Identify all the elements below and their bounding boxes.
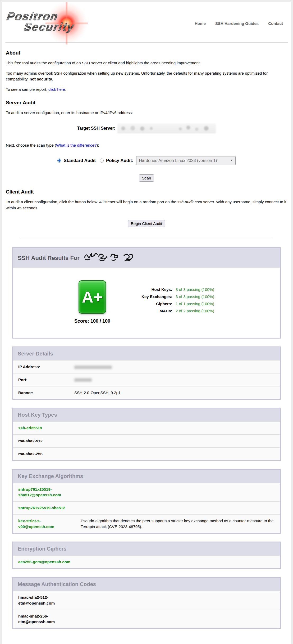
- about-p2-period: .: [52, 77, 53, 81]
- table-row: ssh-ed25519: [13, 421, 280, 434]
- what-is-the-difference-link[interactable]: What is the difference?: [56, 143, 97, 147]
- table-row: aes256-gcm@openssh.com: [13, 555, 280, 568]
- standard-audit-radio[interactable]: [57, 159, 61, 163]
- ip-address-label: IP Address:: [18, 364, 74, 370]
- about-p2-bold: not security: [30, 77, 52, 81]
- audit-results-panel: SSH Audit Results For: [12, 247, 281, 339]
- table-row: rsa-sha2-256: [13, 447, 280, 460]
- key-exchange-algorithms-panel: Key Exchange Algorithms sntrup761x25519-…: [12, 469, 281, 534]
- audit-results-header: SSH Audit Results For: [13, 248, 280, 268]
- mac-name: hmac-sha2-256-etm@openssh.com: [18, 613, 76, 625]
- scan-button[interactable]: Scan: [139, 174, 154, 182]
- target-ssh-server-label: Target SSH Server:: [77, 126, 116, 131]
- header-divider: [5, 42, 288, 43]
- kex-name: sntrup761x25519-sha512@openssh.com: [18, 487, 76, 498]
- stat-row-ciphers: Ciphers: 1 of 1 passing (100%): [132, 301, 214, 306]
- site-header: Positron Security Home SSH Hardening Gui…: [2, 2, 291, 42]
- banner-label: Banner:: [18, 390, 74, 396]
- about-paragraph-1: This free tool audits the configuration …: [6, 60, 287, 66]
- server-details-header: Server Details: [13, 347, 280, 360]
- nav-contact[interactable]: Contact: [268, 21, 283, 26]
- port-label: Port:: [18, 377, 74, 383]
- policy-audit-radio[interactable]: [100, 159, 104, 163]
- target-ssh-server-input[interactable]: [117, 123, 216, 133]
- scan-type-paragraph: Next, choose the scan type (What is the …: [6, 142, 287, 148]
- ip-address-value-redacted: [74, 364, 112, 370]
- about-p3-text: To see a sample report,: [6, 87, 48, 92]
- about-title: About: [6, 50, 287, 56]
- grade-column: A+ Score: 100 / 100: [71, 280, 113, 324]
- cipher-name: aes256-gcm@openssh.com: [18, 559, 76, 565]
- table-row: kex-strict-s-v00@openssh.com Pseudo-algo…: [13, 514, 280, 533]
- about-paragraph-2: Too many admins overlook SSH configurati…: [6, 70, 287, 82]
- logo-text: Positron Security: [4, 6, 88, 33]
- policy-select-wrap: Hardened Amazon Linux 2023 (version 1): [136, 156, 236, 165]
- scan-type-text-after: ):: [97, 143, 99, 147]
- kex-name: sntrup761x25519-sha512: [18, 505, 76, 511]
- nav-ssh-hardening-guides[interactable]: SSH Hardening Guides: [215, 21, 259, 26]
- redacted-value: [74, 366, 112, 369]
- positron-security-logo: Positron Security: [6, 6, 86, 40]
- client-audit-text: To audit a client configuration, click t…: [6, 200, 177, 204]
- macs-stat-label: MACs:: [132, 309, 172, 313]
- sample-report-link[interactable]: click here: [48, 87, 65, 92]
- main-content-box: Positron Security Home SSH Hardening Gui…: [2, 2, 291, 644]
- stat-row-key-exchanges: Key Exchanges: 3 of 3 passing (100%): [132, 294, 214, 299]
- encryption-ciphers-header: Encryption Ciphers: [13, 542, 280, 555]
- grade-badge: A+: [79, 280, 106, 314]
- page: { "logo": { "line1": "Positron", "line2"…: [0, 0, 293, 644]
- table-row: sntrup761x25519-sha512@openssh.com: [13, 483, 280, 502]
- server-audit-title: Server Audit: [6, 100, 287, 106]
- scan-type-text: Next, choose the scan type (: [6, 143, 56, 147]
- stat-row-macs: MACs: 2 of 2 passing (100%): [132, 309, 214, 313]
- table-row: rsa-sha2-512: [13, 434, 280, 447]
- kex-note: [76, 505, 275, 511]
- table-row: hmac-sha2-256-etm@openssh.com: [13, 610, 280, 628]
- key-exchanges-stat-label: Key Exchanges:: [132, 294, 172, 299]
- banner-value: SSH-2.0-OpenSSH_9.2p1: [74, 390, 121, 396]
- host-key-name: rsa-sha2-256: [18, 451, 76, 457]
- kex-note: [76, 487, 275, 498]
- client-audit-paragraph: To audit a client configuration, click t…: [6, 199, 287, 211]
- client-audit-section: Client Audit To audit a client configura…: [2, 189, 291, 227]
- server-audit-intro: To audit a server configuration, enter i…: [6, 110, 287, 116]
- logo-line2: Security: [23, 21, 75, 33]
- table-row: Banner: SSH-2.0-OpenSSH_9.2p1: [13, 386, 280, 399]
- encryption-ciphers-panel: Encryption Ciphers aes256-gcm@openssh.co…: [12, 542, 281, 569]
- macs-panel: Message Authentication Codes hmac-sha2-5…: [12, 577, 281, 629]
- kex-note: Pseudo-algorithm that denotes the peer s…: [76, 518, 275, 530]
- results-separator: [21, 239, 272, 239]
- client-audit-button-row: Begin Client Audit: [6, 220, 287, 227]
- host-key-types-header: Host Key Types: [13, 408, 280, 421]
- table-row: IP Address:: [13, 360, 280, 373]
- about-section: About This free tool audits the configur…: [2, 50, 291, 92]
- policy-select[interactable]: Hardened Amazon Linux 2023 (version 1): [136, 156, 236, 165]
- key-exchanges-stat-value: 3 of 3 passing (100%): [176, 294, 214, 299]
- ciphers-stat-value: 1 of 1 passing (100%): [176, 301, 214, 306]
- about-paragraph-3: To see a sample report, click here.: [6, 87, 287, 93]
- host-keys-stat-value: 3 of 3 passing (100%): [176, 287, 214, 292]
- server-audit-section: Server Audit To audit a server configura…: [2, 100, 291, 182]
- redacted-hostname: [83, 251, 140, 264]
- target-server-row: Target SSH Server:: [6, 123, 287, 133]
- table-row: Port:: [13, 373, 280, 386]
- mac-name: hmac-sha2-512-etm@openssh.com: [18, 595, 76, 606]
- ciphers-stat-label: Ciphers:: [132, 301, 172, 306]
- about-p3-period: .: [65, 87, 66, 92]
- redacted-value: [74, 378, 92, 382]
- table-row: sntrup761x25519-sha512: [13, 501, 280, 514]
- begin-client-audit-button[interactable]: Begin Client Audit: [128, 220, 165, 227]
- nav-home[interactable]: Home: [195, 21, 206, 26]
- macs-stat-value: 2 of 2 passing (100%): [176, 309, 214, 313]
- host-key-name: ssh-ed25519: [18, 425, 76, 431]
- stat-row-host-keys: Host Keys: 3 of 3 passing (100%): [132, 287, 214, 292]
- client-audit-title: Client Audit: [6, 189, 287, 195]
- host-key-name: rsa-sha2-512: [18, 438, 76, 444]
- macs-header: Message Authentication Codes: [13, 578, 280, 591]
- scan-button-row: Scan: [6, 174, 287, 182]
- client-audit-domain: ssh-audit.com: [177, 200, 202, 204]
- policy-audit-label: Policy Audit:: [106, 158, 133, 163]
- kex-name: kex-strict-s-v00@openssh.com: [18, 518, 76, 530]
- audit-results-title: SSH Audit Results For: [18, 255, 80, 261]
- score-text: Score: 100 / 100: [71, 318, 113, 324]
